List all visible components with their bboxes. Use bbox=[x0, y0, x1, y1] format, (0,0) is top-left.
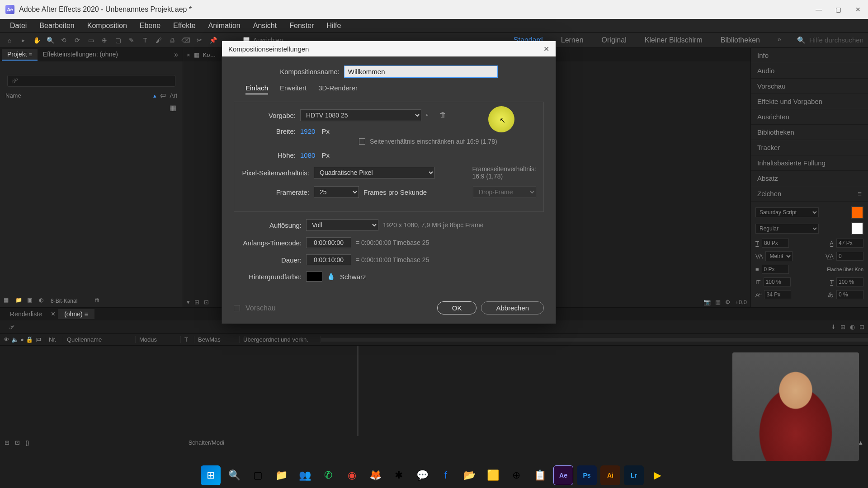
panel-more-icon[interactable]: » bbox=[171, 51, 181, 59]
viewer-setting-icon[interactable]: ⚙ bbox=[725, 299, 731, 305]
tag-col-icon[interactable]: 🏷 bbox=[35, 336, 41, 343]
start-button[interactable]: ⊞ bbox=[201, 465, 221, 485]
search-placeholder[interactable]: Hilfe durchsuchen bbox=[809, 36, 863, 44]
taskbar-app2-icon[interactable]: ✱ bbox=[389, 465, 409, 485]
tl-toggle3-icon[interactable]: {} bbox=[25, 439, 29, 446]
sort-icon[interactable]: ▴ bbox=[153, 92, 156, 99]
speaker-icon[interactable]: 🔈 bbox=[11, 336, 19, 343]
taskbar-teams-icon[interactable]: 👥 bbox=[295, 465, 315, 485]
duration-input[interactable] bbox=[306, 254, 351, 265]
workspace-original[interactable]: Original bbox=[598, 34, 630, 46]
taskbar-explorer-icon[interactable]: 📁 bbox=[271, 465, 291, 485]
hand-tool-icon[interactable]: ✋ bbox=[32, 35, 42, 45]
tsume-input[interactable] bbox=[836, 290, 863, 299]
col-name[interactable]: Name bbox=[5, 92, 153, 99]
roto-tool-icon[interactable]: ✂ bbox=[194, 35, 204, 45]
bit-depth-label[interactable]: 8-Bit-Kanal bbox=[51, 298, 77, 304]
kerning-select[interactable]: Metrik bbox=[765, 251, 793, 261]
viewer-camera-icon[interactable]: 📷 bbox=[703, 299, 711, 305]
tl-toggle1-icon[interactable]: ⊞ bbox=[5, 439, 9, 446]
tl-btn1-icon[interactable]: ⬇ bbox=[831, 324, 836, 330]
width-value[interactable]: 1920 bbox=[300, 127, 315, 135]
taskbar-app4-icon[interactable]: ⊕ bbox=[506, 465, 526, 485]
menu-ansicht[interactable]: Ansicht bbox=[247, 20, 283, 32]
comp-name-input[interactable] bbox=[344, 66, 498, 78]
taskbar-firefox-icon[interactable]: 🦊 bbox=[365, 465, 385, 485]
close-window-button[interactable]: ✕ bbox=[855, 6, 863, 13]
start-timecode-input[interactable] bbox=[306, 237, 351, 248]
tl-toggle2-icon[interactable]: ⊡ bbox=[15, 439, 20, 446]
workspace-lernen[interactable]: Lernen bbox=[557, 34, 587, 46]
menu-ebene[interactable]: Ebene bbox=[133, 20, 167, 32]
taskbar-app6-icon[interactable]: ▶ bbox=[647, 465, 667, 485]
panel-vorschau[interactable]: Vorschau bbox=[751, 79, 868, 94]
menu-datei[interactable]: Datei bbox=[4, 20, 33, 32]
tl-btn3-icon[interactable]: ◐ bbox=[850, 324, 855, 330]
adjust-icon[interactable]: ◐ bbox=[39, 297, 47, 305]
ok-button[interactable]: OK bbox=[437, 301, 477, 314]
interpret-icon[interactable]: ▦ bbox=[4, 297, 12, 305]
schalter-modi-label[interactable]: Schalter/Modi bbox=[189, 439, 224, 446]
stamp-tool-icon[interactable]: ⎙ bbox=[167, 35, 177, 45]
taskbar-facebook-icon[interactable]: f bbox=[436, 465, 456, 485]
home-icon[interactable]: ⌂ bbox=[5, 35, 14, 45]
panel-audio[interactable]: Audio bbox=[751, 63, 868, 79]
type-tool-icon[interactable]: T bbox=[140, 35, 150, 45]
viewer-3d-icon[interactable]: ▦ bbox=[715, 299, 721, 305]
col-bewmas[interactable]: BewMas bbox=[194, 336, 240, 343]
taskbar-search-icon[interactable]: 🔍 bbox=[224, 465, 244, 485]
panel-ausrichten[interactable]: Ausrichten bbox=[751, 109, 868, 125]
eye-icon[interactable]: 👁 bbox=[4, 336, 9, 343]
fill-color-swatch[interactable] bbox=[851, 206, 863, 219]
menu-bearbeiten[interactable]: Bearbeiten bbox=[33, 20, 80, 32]
taskbar-files-icon[interactable]: 📂 bbox=[459, 465, 479, 485]
menu-animation[interactable]: Animation bbox=[202, 20, 247, 32]
preset-select[interactable]: HDTV 1080 25 bbox=[300, 109, 421, 121]
taskbar-illustrator-icon[interactable]: Ai bbox=[600, 465, 620, 485]
taskbar-taskview-icon[interactable]: ▢ bbox=[248, 465, 268, 485]
taskbar-app3-icon[interactable]: 🟨 bbox=[483, 465, 503, 485]
col-quellenname[interactable]: Quellenname bbox=[63, 336, 136, 343]
eraser-tool-icon[interactable]: ⌫ bbox=[181, 35, 191, 45]
col-type[interactable]: Art bbox=[170, 92, 177, 99]
timeline-search-icon[interactable]: 𝒫 bbox=[9, 324, 13, 331]
stroke-color-swatch[interactable] bbox=[851, 222, 863, 235]
panel-info[interactable]: Info bbox=[751, 48, 868, 63]
search-icon[interactable]: 🔍 bbox=[797, 36, 806, 44]
baseline-input[interactable] bbox=[764, 290, 791, 299]
tab-close-renderliste[interactable]: × bbox=[48, 310, 58, 318]
panel-zeichen[interactable]: Zeichen≡ bbox=[751, 186, 868, 202]
viewer-exposure[interactable]: +0,0 bbox=[735, 299, 747, 305]
trash-icon[interactable]: 🗑 bbox=[94, 297, 103, 305]
framerate-select[interactable]: 25 bbox=[314, 186, 359, 198]
taskbar-aftereffects-icon[interactable]: Ae bbox=[553, 465, 573, 485]
workspace-kleiner[interactable]: Kleiner Bildschirm bbox=[641, 34, 706, 46]
menu-effekte[interactable]: Effekte bbox=[167, 20, 202, 32]
resolution-select[interactable]: Voll bbox=[306, 219, 378, 231]
pen-tool-icon[interactable]: ✎ bbox=[127, 35, 137, 45]
panel-tracker[interactable]: Tracker bbox=[751, 140, 868, 155]
taskbar-app5-icon[interactable]: 📋 bbox=[530, 465, 550, 485]
tl-btn4-icon[interactable]: ⊡ bbox=[859, 324, 864, 330]
dialog-close-button[interactable]: ✕ bbox=[543, 45, 549, 53]
save-preset-icon[interactable]: ▫ bbox=[426, 111, 435, 120]
col-uebergeordnet[interactable]: Übergeordnet und verkn. bbox=[240, 336, 321, 343]
viewer-lock-icon[interactable]: ▦ bbox=[194, 52, 199, 58]
delete-preset-icon[interactable]: 🗑 bbox=[439, 111, 448, 120]
panel-bibliotheken[interactable]: Bibliotheken bbox=[751, 125, 868, 140]
bg-color-swatch[interactable] bbox=[306, 272, 322, 282]
folder-icon[interactable]: 📁 bbox=[15, 297, 24, 305]
brush-tool-icon[interactable]: 🖌 bbox=[154, 35, 164, 45]
eyedropper-icon[interactable]: 💧 bbox=[327, 272, 335, 281]
maximize-button[interactable]: ▢ bbox=[835, 6, 843, 13]
menu-hilfe[interactable]: Hilfe bbox=[320, 20, 347, 32]
menu-komposition[interactable]: Komposition bbox=[81, 20, 133, 32]
workspace-bibliotheken[interactable]: Bibliotheken bbox=[717, 34, 764, 46]
viewer-zoom[interactable]: ▾ bbox=[187, 299, 190, 305]
rotate-tool-icon[interactable]: ⟳ bbox=[72, 35, 82, 45]
panel-fuellung[interactable]: Inhaltsbasierte Füllung bbox=[751, 155, 868, 171]
taskbar-messenger-icon[interactable]: 💬 bbox=[412, 465, 432, 485]
camera-tool-icon[interactable]: ▭ bbox=[86, 35, 96, 45]
font-style-select[interactable]: Regular bbox=[755, 224, 819, 234]
taskbar-photoshop-icon[interactable]: Ps bbox=[577, 465, 597, 485]
